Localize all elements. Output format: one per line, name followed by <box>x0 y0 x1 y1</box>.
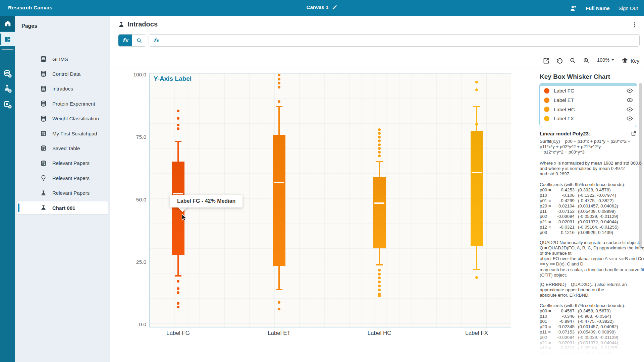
coefficient-row: p20 =0.02345(0.001457, 0.04062) <box>540 324 640 329</box>
user-name[interactable]: Full Name <box>586 5 610 11</box>
box-label-et[interactable] <box>273 135 285 266</box>
outlier-dot <box>378 273 381 276</box>
sidebar-item-relevant-papers[interactable]: Relevant Papers <box>17 172 108 184</box>
page-title: Intradocs <box>127 20 158 28</box>
kebab-menu-icon[interactable] <box>631 21 638 28</box>
coefficient-row: p00 =0.4567(0.3458, 0.5679) <box>540 308 640 314</box>
user-icon[interactable] <box>570 5 577 12</box>
sidebar-item-weight-classification[interactable]: Weight Classification <box>17 112 108 125</box>
legend-color-dot <box>544 88 549 94</box>
undo-icon[interactable] <box>556 57 563 64</box>
sidebar-item-intradocs[interactable]: Intradocs <box>17 82 108 95</box>
y-tick-label: 50.0 <box>125 197 146 203</box>
eye-icon[interactable] <box>627 115 633 122</box>
legend-item-label-hc[interactable]: Label HC <box>540 105 637 114</box>
legend-color-dot <box>544 107 549 112</box>
key-panel-text: Linear model Poly23: Surffit(x,y) = p00 … <box>540 131 640 356</box>
legend-card: Label FGLabel ETLabel HCLabel FX <box>539 83 637 127</box>
eye-icon[interactable] <box>627 97 633 103</box>
text-line: + p12*x*y^2 + p03*y^3 <box>540 149 640 155</box>
fx-prefix: fx <box>154 38 159 44</box>
sidebar-item-saved-table[interactable]: Saved Table <box>17 142 108 155</box>
external-link-icon[interactable] <box>631 131 636 136</box>
fx-button[interactable]: fx <box>118 35 132 46</box>
sidebar-item-relevant-papers[interactable]: Relevant Papers <box>17 187 108 199</box>
key-toggle[interactable]: Key <box>622 57 639 64</box>
outlier-dot <box>177 117 179 120</box>
sign-out-link[interactable]: Sign Out <box>619 5 638 11</box>
y-tick-label: 0.0 <box>125 321 146 327</box>
zoom-in-icon[interactable] <box>583 57 590 64</box>
edit-pencil-icon[interactable] <box>332 4 337 10</box>
median-line <box>472 172 482 173</box>
canvas-title-group[interactable]: Canvas 1 <box>307 4 338 10</box>
outlier-dot <box>378 151 381 154</box>
y-tick-label: 100.0 <box>125 72 146 78</box>
sidebar-item-chart-001[interactable]: Chart 001 <box>17 201 108 214</box>
outlier-dot <box>278 308 280 310</box>
legend-item-label-et[interactable]: Label ET <box>540 96 637 105</box>
canvas-icon <box>4 36 11 43</box>
rail-item-canvas[interactable] <box>0 32 15 46</box>
coefficient-row: p12 =-0.0321(-0.05164, -0.01255) <box>540 345 640 351</box>
median-line <box>374 202 384 204</box>
eye-icon[interactable] <box>627 106 633 113</box>
x-category-label: Label FG <box>166 330 190 337</box>
zoom-out-icon[interactable] <box>570 57 577 64</box>
sidebar-item-relevant-papers[interactable]: Relevant Papers <box>17 157 108 170</box>
text-line: <= y <= D(x). C and D <box>540 261 640 267</box>
rail-item-add-notebook[interactable] <box>0 99 15 110</box>
sidebar-item-my-first-scratchpad[interactable]: My First Scratchpad <box>17 127 108 140</box>
sidebar-item-glims[interactable]: GLIMS <box>17 53 108 65</box>
app-window: Research Canvas Canvas 1 Full Name Sign … <box>0 0 644 362</box>
y-tick-label: 25.0 <box>125 259 146 265</box>
coefficient-row: p21 =0.02091(0.001372, 0.04044) <box>540 340 640 346</box>
rail-item-add-data[interactable] <box>0 68 15 79</box>
outlier-dot <box>177 306 179 308</box>
coef67-title: Coefficients (with 67% confidence bounds… <box>540 303 640 308</box>
sidebar-title: Pages <box>21 23 37 29</box>
legend-card-header <box>540 83 637 86</box>
y-axis-title: Y-Axis Label <box>154 75 192 82</box>
eye-icon[interactable] <box>627 87 633 94</box>
mouse-cursor-icon <box>180 213 189 222</box>
legend-item-label-fx[interactable]: Label FX <box>540 114 637 123</box>
median-line <box>274 182 284 183</box>
sidebar-item-label: Relevant Papers <box>52 190 90 196</box>
model-equation: Surffit(x,y) = p00 + p10*x + p01*y + p20… <box>540 139 640 155</box>
database-add-icon <box>3 69 12 78</box>
outlier-dot <box>278 74 280 76</box>
whisker-line <box>177 255 179 276</box>
legend-label: Label FG <box>554 88 627 94</box>
zoom-level-dropdown[interactable]: 100% <box>596 57 615 64</box>
legend-item-label-fg[interactable]: Label FG <box>540 86 637 96</box>
expand-icon[interactable] <box>543 57 550 64</box>
box-label-hc[interactable] <box>373 177 386 248</box>
coefficient-row: p01 =-0.8947(-0.4775, -0.3822) <box>540 319 640 324</box>
divider-top <box>110 54 644 54</box>
model-header: Linear model Poly23: <box>540 131 640 136</box>
key-panel-title: Key Box Whisker Chart <box>540 73 610 80</box>
quad2d-doc: QUAD2D Numerically integrate a surface f… <box>540 240 640 278</box>
canvas-title: Canvas 1 <box>307 4 329 10</box>
outlier-dot <box>278 78 280 80</box>
box-label-fx[interactable] <box>471 131 483 246</box>
sidebar-item-control-data[interactable]: Control Data <box>17 67 108 80</box>
sidebar-item-label: Chart 001 <box>52 205 75 211</box>
coef95-title: Coefficients (with 95% confidence bounds… <box>540 182 640 187</box>
text-line: [Q,ERRBND] = QUAD2D(...) also returns an <box>540 282 640 287</box>
text-line: object FO over the planar region A <= x … <box>540 256 640 261</box>
sidebar-item-label: My First Scratchpad <box>52 131 97 136</box>
rail-item-home[interactable] <box>0 16 15 31</box>
rail-item-add-experiment[interactable] <box>0 83 15 95</box>
notepad-icon <box>40 160 47 167</box>
sidebar-item-label: Relevant Papers <box>52 160 90 166</box>
coefficient-row: p11 =0.07153(0.05409, 0.08898) <box>540 209 640 214</box>
sidebar-item-protein-experiment[interactable]: Protein Experiment <box>17 97 108 110</box>
outlier-dot <box>177 127 179 130</box>
outlier-dot <box>475 88 478 91</box>
outlier-dot <box>378 269 381 272</box>
formula-input[interactable]: fx = <box>149 34 640 47</box>
search-button[interactable] <box>132 35 146 46</box>
database-icon <box>40 100 47 107</box>
